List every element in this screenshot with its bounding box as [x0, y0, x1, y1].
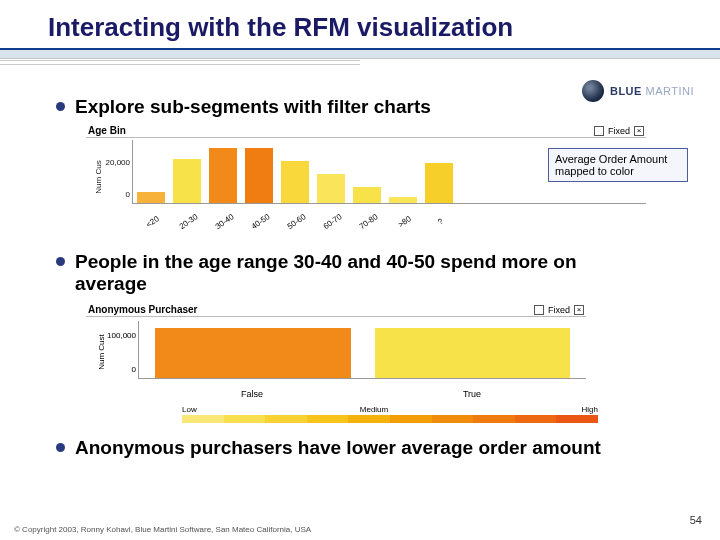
bullet-dot-icon — [56, 443, 65, 452]
bar-age-7[interactable] — [389, 197, 417, 203]
chart2-fixed-control: Fixed × — [534, 305, 584, 315]
copyright-footer: © Copyright 2003, Ronny Kohavi, Blue Mar… — [14, 525, 311, 534]
legend-seg-2 — [265, 415, 307, 423]
chart1-xticks: <20 20-30 30-40 40-50 50-60 60-70 70-80 … — [132, 216, 646, 227]
bar-age-4[interactable] — [281, 161, 309, 203]
bar-age-2[interactable] — [209, 148, 237, 203]
close-icon[interactable]: × — [634, 126, 644, 136]
chart2-xticks: False True — [138, 387, 586, 399]
legend-seg-8 — [515, 415, 557, 423]
chart1-fixed-control: Fixed × — [594, 126, 644, 136]
chart1-ylabel: Num Cus — [94, 160, 103, 193]
legend-seg-4 — [348, 415, 390, 423]
title-underline — [0, 48, 720, 70]
chart1-ytick-0: 20,000 — [106, 158, 130, 167]
page-title: Interacting with the RFM visualization — [0, 0, 720, 43]
legend-high: High — [582, 405, 598, 414]
bar-anon-true[interactable] — [375, 328, 571, 378]
legend-low: Low — [182, 405, 197, 414]
legend-seg-0 — [182, 415, 224, 423]
fixed-checkbox[interactable] — [594, 126, 604, 136]
chart2-ytick-0: 100,000 — [107, 331, 136, 340]
legend-seg-1 — [224, 415, 266, 423]
chart2-yaxis: Num Cust 100,000 0 — [86, 317, 138, 387]
bar-age-0[interactable] — [137, 192, 165, 203]
fixed-label: Fixed — [608, 126, 630, 136]
chart1-title: Age Bin — [88, 125, 126, 136]
bar-age-5[interactable] — [317, 174, 345, 203]
chart1-yaxis: Num Cus 20,000 0 — [86, 138, 132, 216]
bullet-dot-icon — [56, 102, 65, 111]
xt2-0: False — [154, 389, 350, 399]
chart2-ylabel: Num Cust — [97, 334, 106, 370]
chart2-title: Anonymous Purchaser — [88, 304, 197, 315]
legend-medium: Medium — [360, 405, 388, 414]
bullet-1-text: Explore sub-segments with filter charts — [75, 96, 431, 118]
chart2-ytick-1: 0 — [132, 365, 136, 374]
close-icon[interactable]: × — [574, 305, 584, 315]
chart1-header: Age Bin Fixed × — [86, 124, 646, 138]
bar-anon-false[interactable] — [155, 328, 351, 378]
fixed-label: Fixed — [548, 305, 570, 315]
bullet-2-text: People in the age range 30-40 and 40-50 … — [75, 251, 635, 295]
bullet-dot-icon — [56, 257, 65, 266]
bullet-3-text: Anonymous purchasers have lower average … — [75, 437, 601, 459]
page-number: 54 — [690, 514, 702, 526]
chart2-bars — [138, 321, 586, 379]
bar-age-6[interactable] — [353, 187, 381, 203]
chart-age-bin: Age Bin Fixed × Num Cus 20,000 0 — [86, 124, 646, 227]
chart2-header: Anonymous Purchaser Fixed × — [86, 303, 586, 317]
fixed-checkbox[interactable] — [534, 305, 544, 315]
legend-seg-7 — [473, 415, 515, 423]
bar-age-8[interactable] — [425, 163, 453, 203]
bullet-3: Anonymous purchasers have lower average … — [56, 437, 696, 459]
legend-seg-6 — [432, 415, 474, 423]
legend-seg-9 — [556, 415, 598, 423]
legend-seg-5 — [390, 415, 432, 423]
callout-box: Average Order Amount mapped to color — [548, 148, 688, 182]
color-legend: Low Medium High — [134, 405, 614, 427]
bar-age-3[interactable] — [245, 148, 273, 203]
legend-gradient — [182, 415, 598, 423]
chart-anonymous-purchaser: Anonymous Purchaser Fixed × Num Cust 100… — [86, 303, 586, 427]
bullet-2: People in the age range 30-40 and 40-50 … — [56, 251, 696, 295]
bullet-1: Explore sub-segments with filter charts — [56, 96, 696, 118]
bar-age-1[interactable] — [173, 159, 201, 203]
chart1-ytick-1: 0 — [126, 190, 130, 199]
legend-seg-3 — [307, 415, 349, 423]
xt2-1: True — [374, 389, 570, 399]
